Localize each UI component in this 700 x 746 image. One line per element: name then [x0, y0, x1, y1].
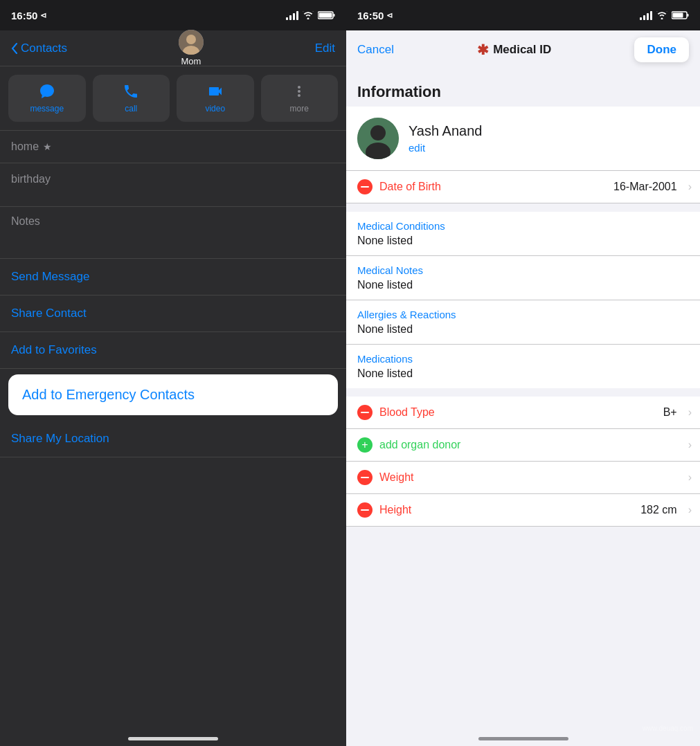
organ-donor-label: add organ donor — [379, 439, 460, 451]
video-button[interactable]: video — [177, 75, 254, 122]
profile-avatar — [357, 118, 399, 159]
profile-name: Yash Anand — [409, 123, 482, 139]
home-row: home ★ — [0, 131, 346, 163]
avatar — [179, 30, 204, 55]
share-location-item[interactable]: Share My Location — [0, 421, 346, 457]
blood-type-value: B+ — [663, 398, 688, 427]
action-buttons: message call video more — [0, 66, 346, 131]
call-label: call — [125, 104, 137, 113]
weight-row: Weight › — [346, 462, 700, 494]
back-label: Contacts — [21, 42, 67, 55]
contact-name: Mom — [179, 56, 204, 66]
medical-notes-group: Medical Notes None listed — [346, 255, 700, 300]
medications-title: Medications — [357, 353, 689, 365]
dob-chevron: › — [688, 181, 700, 193]
notes-section: Notes — [0, 207, 346, 259]
status-left: 16:50 ⊲ — [11, 10, 46, 21]
medical-title-label: Medical ID — [493, 43, 551, 57]
list-actions: Send Message Share Contact Add to Favori… — [0, 259, 346, 369]
watermark: www.deuaq.com — [643, 725, 693, 732]
cancel-button[interactable]: Cancel — [357, 43, 394, 57]
birthday-row: birthday — [0, 163, 346, 207]
nav-bar-left: Contacts Mom Edit — [0, 30, 346, 66]
medical-table: Date of Birth 16-Mar-2001 › — [346, 171, 700, 203]
allergies-value: None listed — [357, 323, 689, 336]
bottom-spacer — [346, 527, 700, 547]
profile-row: Yash Anand edit — [346, 107, 700, 171]
height-minus-icon[interactable] — [357, 502, 373, 518]
left-panel: 16:50 ⊲ — [0, 0, 346, 746]
dob-label: Date of Birth — [379, 181, 441, 193]
more-button[interactable]: more — [261, 75, 339, 122]
blood-minus-icon[interactable] — [357, 405, 373, 420]
status-right — [286, 10, 335, 21]
contact-title: Mom — [179, 30, 204, 66]
send-message-item[interactable]: Send Message — [0, 259, 346, 295]
done-button[interactable]: Done — [634, 37, 689, 62]
wifi-icon — [303, 10, 314, 21]
location-icon-left: ⊲ — [40, 11, 46, 20]
back-button[interactable]: Contacts — [11, 42, 67, 55]
profile-info: Yash Anand edit — [409, 123, 482, 154]
call-button[interactable]: call — [93, 75, 170, 122]
medications-group: Medications None listed — [346, 344, 700, 388]
medications-value: None listed — [357, 367, 689, 380]
more-label: more — [290, 104, 309, 113]
information-header: Information — [346, 69, 700, 107]
svg-rect-2 — [319, 12, 332, 17]
signal-icon — [286, 11, 298, 20]
home-label: home — [11, 140, 39, 153]
svg-rect-8 — [673, 12, 683, 17]
height-value: 182 cm — [640, 495, 688, 525]
battery-icon-right — [672, 10, 689, 21]
organ-plus-icon[interactable] — [357, 437, 373, 453]
svg-rect-1 — [334, 14, 335, 17]
blood-type-row: Blood Type B+ › — [346, 397, 700, 429]
height-label: Height — [379, 504, 411, 516]
blood-type-table: Blood Type B+ › add organ donor › Weight… — [346, 397, 700, 527]
message-button[interactable]: message — [8, 75, 86, 122]
height-row: Height 182 cm › — [346, 494, 700, 527]
time-right: 16:50 — [357, 10, 384, 21]
blood-type-label: Blood Type — [379, 406, 435, 419]
video-label: video — [205, 104, 225, 113]
weight-chevron: › — [688, 471, 700, 484]
dob-value: 16-Mar-2001 — [613, 172, 688, 201]
add-favorites-item[interactable]: Add to Favorites — [0, 332, 346, 369]
medical-conditions-value: None listed — [357, 235, 689, 247]
svg-point-10 — [370, 125, 386, 140]
weight-minus-icon[interactable] — [357, 470, 373, 485]
medical-content: Information Yash Anand edit Date of Birt… — [346, 69, 700, 746]
medical-conditions-title: Medical Conditions — [357, 220, 689, 232]
dob-row: Date of Birth 16-Mar-2001 › — [346, 171, 700, 203]
signal-icon-right — [640, 11, 652, 20]
profile-edit-link[interactable]: edit — [409, 142, 482, 154]
add-emergency-label: Add to Emergency Contacts — [22, 387, 195, 402]
blood-chevron: › — [688, 406, 700, 419]
time-left: 16:50 — [11, 10, 37, 21]
svg-rect-7 — [688, 14, 689, 17]
location-icon-right: ⊲ — [386, 11, 393, 20]
share-contact-item[interactable]: Share Contact — [0, 295, 346, 332]
message-label: message — [30, 104, 64, 113]
star-icon: ★ — [43, 141, 52, 152]
medical-nav: Cancel ✱ Medical ID Done — [346, 30, 700, 69]
svg-point-4 — [186, 35, 196, 44]
weight-value — [677, 469, 688, 486]
medical-conditions-group: Medical Conditions None listed — [346, 212, 700, 255]
allergies-title: Allergies & Reactions — [357, 309, 689, 320]
weight-label: Weight — [379, 471, 414, 484]
status-bar-left: 16:50 ⊲ — [0, 0, 346, 30]
birthday-label: birthday — [11, 173, 51, 185]
notes-label: Notes — [11, 215, 335, 228]
battery-icon — [318, 10, 335, 21]
status-left-right: 16:50 ⊲ — [357, 10, 393, 21]
allergies-group: Allergies & Reactions None listed — [346, 300, 700, 344]
dob-minus-icon[interactable] — [357, 179, 373, 194]
organ-chevron: › — [688, 439, 700, 451]
medical-title: ✱ Medical ID — [477, 42, 551, 58]
edit-button[interactable]: Edit — [315, 42, 335, 55]
add-emergency-card[interactable]: Add to Emergency Contacts — [8, 374, 338, 415]
medical-notes-title: Medical Notes — [357, 264, 689, 276]
wifi-icon-right — [656, 10, 667, 21]
